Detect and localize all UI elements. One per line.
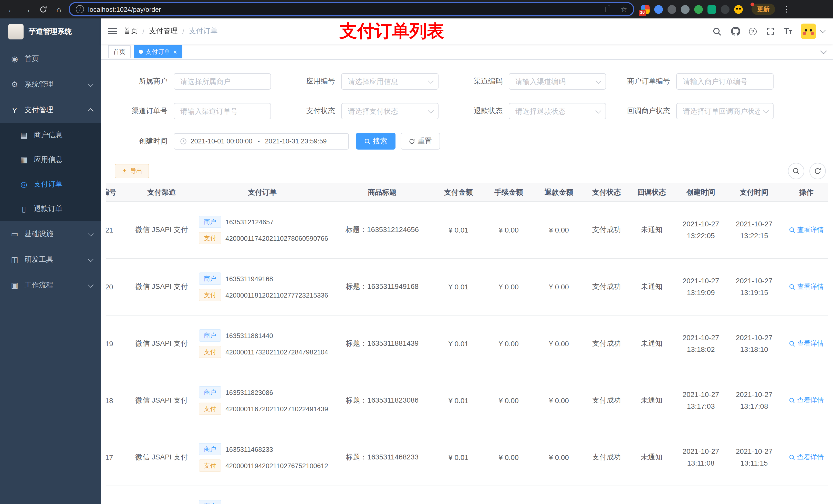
filter-label: 退款状态 (450, 106, 509, 116)
browser-update-button[interactable]: 更新 (752, 4, 775, 15)
pay-tag: 支付 (199, 346, 221, 358)
sidebar-item-home[interactable]: ◉ 首页 (0, 46, 101, 72)
cell-id: 21 (106, 201, 129, 258)
cell-fee: ¥ 0.00 (484, 201, 534, 258)
merchant-tag: 商户 (199, 386, 221, 399)
filter-input[interactable] (676, 103, 774, 119)
address-bar[interactable]: localhost:1024/pay/order (69, 2, 634, 16)
extension-chat-icon[interactable] (708, 5, 716, 14)
cell-paid (728, 486, 781, 504)
url-text[interactable]: localhost:1024/pay/order (88, 5, 602, 13)
filter-input[interactable] (341, 103, 438, 119)
extension-gray-icon[interactable] (681, 5, 690, 14)
sidebar-item-dev-tools[interactable]: ◫ 研发工具 (0, 247, 101, 272)
sidebar-item-workflow[interactable]: ▣ 工作流程 (0, 272, 101, 298)
date-range-input[interactable]: 2021-10-01 00:00:00 - 2021-10-31 23:59:5… (174, 133, 349, 149)
cell-title: 标题：1635312124656 (331, 201, 433, 258)
date-end-value[interactable]: 2021-10-31 23:59:59 (265, 137, 327, 145)
cell-status: 支付成功 (584, 315, 629, 372)
cell-fee: ¥ 0.00 (484, 429, 534, 486)
filter-input[interactable] (509, 103, 606, 119)
sidebar-item-pay-order[interactable]: ◎ 支付订单 (0, 172, 101, 197)
view-detail-link[interactable]: 查看详情 (789, 282, 824, 291)
cell-title: 标题：1635311823086 (331, 372, 433, 429)
view-detail-link[interactable]: 查看详情 (789, 339, 824, 348)
extension-blue-icon[interactable] (654, 5, 663, 14)
cell-amount: ¥ 0.01 (433, 372, 484, 429)
view-tab[interactable]: 支付订单 × (134, 45, 182, 58)
cell-channel: 微信 JSAPI 支付 (129, 201, 194, 258)
view-detail-link[interactable]: 查看详情 (789, 453, 824, 462)
sidebar-item-system[interactable]: ⚙ 系统管理 (0, 72, 101, 97)
back-icon[interactable]: ← (5, 3, 18, 15)
cell-status: 支付成功 (584, 201, 629, 258)
github-icon[interactable] (731, 26, 740, 36)
breadcrumb-item: 支付订单 (189, 27, 218, 36)
filter-input[interactable] (174, 73, 271, 90)
download-icon (121, 168, 127, 174)
view-tab[interactable]: 首页 × (108, 45, 130, 58)
view-detail-link[interactable]: 查看详情 (789, 225, 824, 235)
extension-green-icon[interactable] (694, 5, 703, 14)
site-info-icon[interactable] (76, 5, 84, 13)
merchant-tag: 商户 (199, 500, 221, 504)
toolbar-right (788, 163, 826, 179)
extensions-puzzle-icon[interactable] (721, 5, 730, 14)
view-detail-link[interactable]: 查看详情 (789, 396, 824, 405)
filter-field: 应用编号 (282, 73, 450, 90)
filter-input[interactable] (676, 73, 774, 90)
date-start-value[interactable]: 2021-10-01 00:00:00 (191, 137, 252, 145)
help-icon[interactable] (749, 27, 757, 35)
user-avatar[interactable] (801, 24, 816, 39)
search-icon[interactable] (712, 26, 722, 36)
close-icon[interactable]: × (173, 48, 177, 55)
toggle-search-button[interactable] (788, 163, 804, 179)
filter-input[interactable] (174, 103, 271, 119)
refresh-table-button[interactable] (809, 163, 826, 179)
cell-id: 18 (106, 372, 129, 429)
filter-input[interactable] (341, 73, 438, 90)
search-button[interactable]: 搜索 (356, 133, 396, 149)
sidebar-item-payment[interactable]: ¥ 支付管理 (0, 97, 101, 123)
breadcrumb-separator: / (142, 27, 144, 35)
filter-label: 渠道订单号 (115, 106, 174, 116)
breadcrumb-item[interactable]: 支付管理 (149, 27, 178, 36)
forward-icon[interactable]: → (21, 3, 33, 15)
filter-input[interactable] (509, 73, 606, 90)
cell-title: 标题：1635311881439 (331, 315, 433, 372)
reset-button[interactable]: 重置 (401, 133, 440, 149)
tags-view-bar: 首页 × 支付订单 × (101, 44, 833, 60)
filter-label: 应用编号 (282, 77, 341, 86)
cell-notify: 未通知 (629, 372, 674, 429)
extension-grid-icon[interactable]: 10 (641, 5, 649, 14)
hamburger-icon[interactable] (101, 19, 123, 44)
cell-action: 查看详情 (781, 258, 828, 315)
chevron-icon (88, 256, 94, 262)
cell-action: 查看详情 (781, 486, 828, 504)
navbar-actions (712, 24, 833, 39)
sidebar-item-infrastructure[interactable]: ▭ 基础设施 (0, 221, 101, 247)
cell-amount: ¥ 0.01 (433, 429, 484, 486)
extension-dark-icon[interactable] (668, 5, 676, 14)
breadcrumb-item[interactable]: 首页 (123, 27, 138, 36)
cell-id (106, 486, 129, 504)
home-icon[interactable]: ⌂ (53, 3, 65, 15)
reload-icon[interactable] (37, 3, 49, 15)
browser-menu-icon[interactable] (783, 5, 790, 14)
cell-notify: 未通知 (629, 315, 674, 372)
tags-dropdown-icon[interactable] (820, 47, 827, 54)
chevron-down-icon[interactable] (820, 27, 826, 33)
pay-tag: 支付 (199, 289, 221, 301)
sidebar-item-refund-order[interactable]: ▯ 退款订单 (0, 197, 101, 221)
share-icon[interactable] (606, 6, 613, 12)
app-logo: 芋道管理系统 (0, 19, 101, 45)
cell-order: 商户 1635311949168 支付 42000011812021102777… (194, 258, 331, 315)
browser-profile-avatar[interactable] (734, 5, 743, 14)
fullscreen-icon[interactable] (765, 26, 775, 36)
chevron-icon (88, 81, 94, 87)
sidebar-item-app-info[interactable]: ▦ 应用信息 (0, 147, 101, 172)
font-size-icon[interactable] (784, 27, 792, 36)
sidebar-item-merchant-info[interactable]: ▤ 商户信息 (0, 123, 101, 147)
export-button[interactable]: 导出 (115, 164, 149, 178)
bookmark-star-icon[interactable] (621, 5, 627, 13)
